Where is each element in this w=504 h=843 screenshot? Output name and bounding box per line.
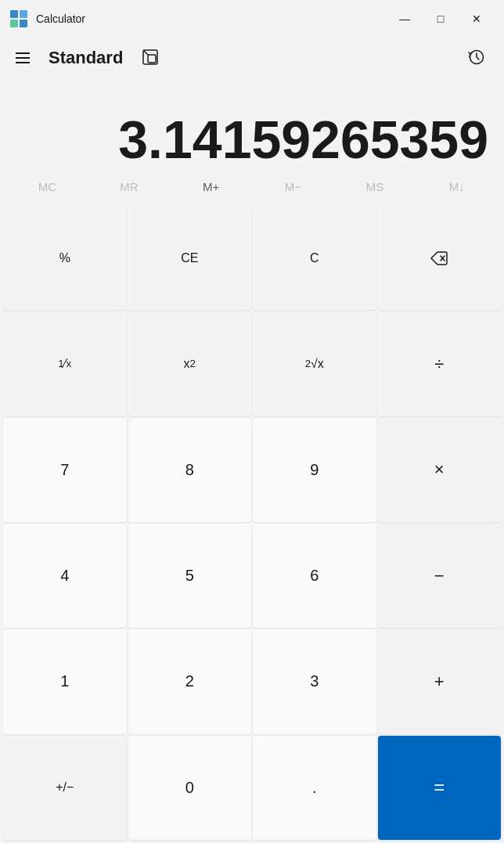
app-title: Standard — [49, 48, 123, 68]
hamburger-line-1 — [16, 52, 30, 54]
calc-btn--15[interactable]: − — [378, 524, 502, 628]
calc-grid: %CEC 1∕xx22√x÷789×456−123++/−0.= — [0, 204, 504, 843]
hamburger-line-3 — [16, 62, 30, 63]
compact-overlay-icon — [142, 49, 159, 66]
svg-rect-0 — [10, 10, 18, 18]
title-bar: Calculator — □ ✕ — [0, 0, 504, 38]
svg-rect-3 — [20, 20, 27, 27]
calc-btn-8-9[interactable]: 8 — [128, 418, 252, 522]
title-bar-controls: — □ ✕ — [387, 6, 495, 31]
app-header: Standard — [0, 38, 504, 78]
menu-button[interactable] — [9, 46, 36, 70]
calc-btn--20[interactable]: +/− — [3, 736, 127, 840]
calc-btn-0-21[interactable]: 0 — [128, 736, 252, 840]
calc-btn--0[interactable]: % — [3, 206, 127, 310]
calc-btn--3[interactable] — [378, 206, 502, 310]
memory-btn-m[interactable]: M+ — [170, 175, 252, 198]
memory-btn-mr: MR — [88, 175, 171, 198]
calc-btn-4-12[interactable]: 4 — [3, 524, 127, 628]
calc-btn--11[interactable]: × — [378, 418, 502, 522]
display-value: 3.14159265359 — [118, 113, 488, 166]
app-icon — [9, 9, 28, 28]
calc-btn-6-14[interactable]: 6 — [253, 524, 376, 628]
display-area: 3.14159265359 — [0, 78, 504, 172]
svg-line-6 — [143, 50, 148, 55]
calc-btn--23[interactable]: = — [378, 736, 502, 840]
history-button[interactable] — [462, 42, 491, 74]
calc-btn--4[interactable]: 1∕x — [3, 312, 127, 416]
calc-btn-9-10[interactable]: 9 — [253, 418, 376, 522]
minimize-button[interactable]: — — [387, 6, 423, 31]
calc-btn-x-6[interactable]: 2√x — [253, 312, 376, 416]
maximize-button[interactable]: □ — [423, 6, 459, 31]
memory-btn-mc: MC — [6, 175, 88, 198]
history-icon — [468, 49, 485, 66]
calc-btn-2-17[interactable]: 2 — [128, 629, 252, 733]
app-header-left: Standard — [9, 42, 165, 74]
close-button[interactable]: ✕ — [459, 6, 495, 31]
calc-btn-c-2[interactable]: C — [253, 206, 376, 310]
hamburger-line-2 — [16, 57, 30, 59]
memory-btn-ms: MS — [334, 175, 416, 198]
calc-btn--7[interactable]: ÷ — [378, 312, 502, 416]
svg-rect-2 — [10, 20, 18, 27]
backspace-icon — [430, 249, 448, 268]
calc-btn--19[interactable]: + — [378, 629, 502, 733]
calc-btn-x-5[interactable]: x2 — [128, 312, 252, 416]
calc-btn-7-8[interactable]: 7 — [3, 418, 127, 522]
memory-btn-m: M↓ — [416, 175, 498, 198]
calc-btn-ce-1[interactable]: CE — [128, 206, 252, 310]
calc-btn-5-13[interactable]: 5 — [128, 524, 252, 628]
memory-row: MCMRM+M−MSM↓ — [0, 172, 504, 201]
calc-btn-1-16[interactable]: 1 — [3, 629, 127, 733]
memory-btn-m: M− — [252, 175, 334, 198]
app-name: Calculator — [36, 13, 85, 25]
calc-btn-3-18[interactable]: 3 — [253, 629, 376, 733]
title-bar-left: Calculator — [9, 9, 85, 28]
compact-overlay-button[interactable] — [135, 42, 165, 74]
svg-rect-5 — [148, 55, 156, 63]
calc-btn--22[interactable]: . — [253, 736, 376, 840]
svg-rect-1 — [20, 10, 27, 18]
